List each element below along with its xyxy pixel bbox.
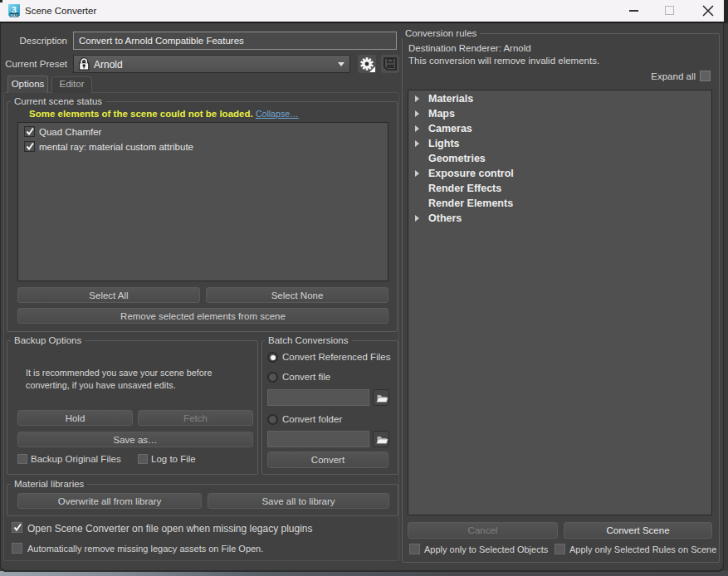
- svg-text:MAX: MAX: [10, 13, 18, 17]
